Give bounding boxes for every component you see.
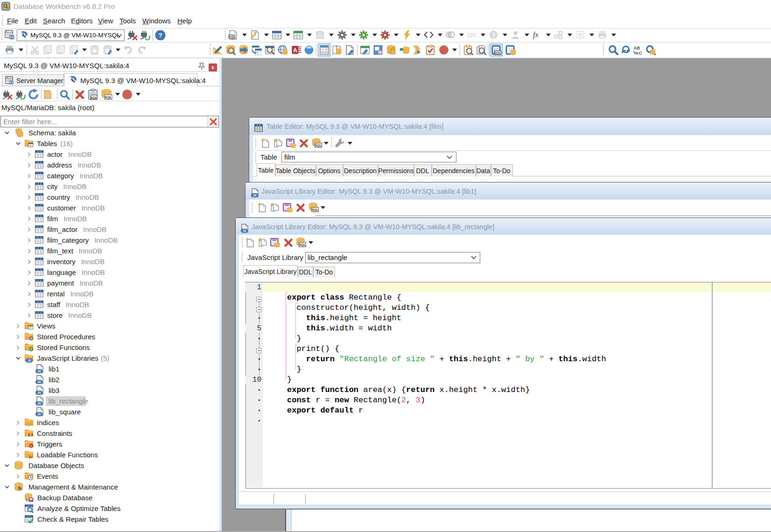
svg-text:fx: fx: [533, 31, 538, 39]
svg-text:SQL: SQL: [312, 208, 318, 212]
svg-text:AC: AC: [636, 50, 642, 55]
svg-text:123..: 123..: [467, 32, 477, 38]
svg-text:JS: JS: [243, 229, 247, 232]
svg-text:SQL: SQL: [105, 95, 112, 99]
svg-text:?: ?: [158, 32, 162, 39]
svg-text:SQL: SQL: [91, 96, 98, 100]
svg-text:SQL: SQL: [315, 144, 322, 147]
svg-text:AB: AB: [633, 45, 640, 50]
svg-text:A: A: [293, 47, 297, 54]
svg-text:SQL: SQL: [299, 243, 306, 247]
svg-text:fx: fx: [29, 455, 33, 459]
svg-text:JS: JS: [253, 194, 257, 197]
svg-text:SQL: SQL: [229, 35, 235, 39]
svg-text:SQL: SQL: [494, 51, 502, 55]
